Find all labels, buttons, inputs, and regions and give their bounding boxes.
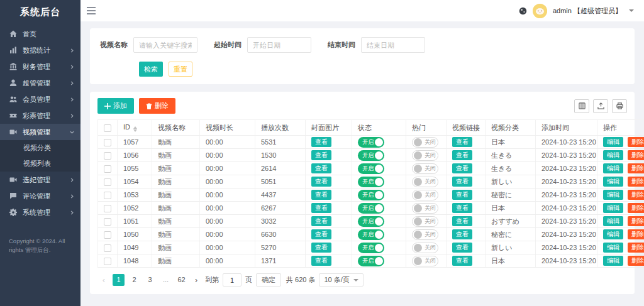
- sidebar-item-home[interactable]: 首页: [0, 26, 80, 42]
- page-number-2[interactable]: 2: [128, 274, 140, 286]
- status-toggle[interactable]: 开启: [358, 229, 384, 240]
- view-cover-button[interactable]: 查看: [311, 163, 331, 173]
- row-checkbox[interactable]: [104, 205, 111, 212]
- end-date-input[interactable]: [361, 37, 425, 53]
- menu-toggle-icon[interactable]: [87, 3, 103, 19]
- user-menu-label[interactable]: admin 【超级管理员】: [553, 6, 622, 16]
- status-toggle[interactable]: 开启: [358, 256, 384, 266]
- confirm-button[interactable]: 确定: [256, 273, 281, 287]
- reset-button[interactable]: 重置: [169, 62, 192, 77]
- prev-page-icon[interactable]: ‹: [99, 276, 109, 285]
- view-link-button[interactable]: 查看: [452, 163, 472, 173]
- user-avatar[interactable]: [533, 4, 547, 18]
- next-page-icon[interactable]: ›: [191, 276, 201, 285]
- delete-row-button[interactable]: 删除: [628, 190, 644, 200]
- row-checkbox[interactable]: [104, 244, 111, 252]
- view-cover-button[interactable]: 查看: [311, 216, 331, 226]
- hot-toggle[interactable]: 关闭: [412, 150, 438, 161]
- row-checkbox[interactable]: [104, 231, 111, 239]
- sidebar-item-finance[interactable]: 财务管理: [0, 58, 80, 75]
- view-link-button[interactable]: 查看: [452, 190, 472, 200]
- delete-row-button[interactable]: 删除: [628, 256, 644, 266]
- view-cover-button[interactable]: 查看: [311, 137, 331, 147]
- status-toggle[interactable]: 开启: [358, 203, 384, 214]
- theme-icon[interactable]: [519, 7, 527, 15]
- page-number-62[interactable]: 62: [175, 274, 187, 286]
- edit-button[interactable]: 编辑: [603, 190, 623, 200]
- page-number-3[interactable]: 3: [144, 274, 156, 286]
- view-link-button[interactable]: 查看: [452, 150, 472, 160]
- chevron-down-icon[interactable]: [629, 9, 634, 12]
- edit-button[interactable]: 编辑: [603, 229, 623, 239]
- status-toggle[interactable]: 开启: [358, 137, 384, 148]
- start-date-input[interactable]: [247, 37, 311, 53]
- print-icon[interactable]: [612, 99, 627, 113]
- delete-row-button[interactable]: 删除: [628, 229, 644, 239]
- hot-toggle[interactable]: 关闭: [412, 229, 438, 240]
- view-link-button[interactable]: 查看: [452, 177, 472, 187]
- delete-button[interactable]: 删除: [139, 98, 175, 114]
- video-name-input[interactable]: [133, 37, 197, 53]
- hot-toggle[interactable]: 关闭: [412, 137, 438, 148]
- select-all-checkbox[interactable]: [104, 124, 111, 132]
- hot-toggle[interactable]: 关闭: [412, 177, 438, 187]
- delete-row-button[interactable]: 删除: [628, 216, 644, 226]
- row-checkbox[interactable]: [104, 258, 111, 265]
- delete-row-button[interactable]: 删除: [628, 177, 644, 187]
- edit-button[interactable]: 编辑: [603, 216, 623, 226]
- status-toggle[interactable]: 开启: [358, 177, 384, 187]
- status-toggle[interactable]: 开启: [358, 150, 384, 161]
- view-cover-button[interactable]: 查看: [311, 203, 331, 213]
- sort-icon[interactable]: [133, 126, 137, 132]
- edit-button[interactable]: 编辑: [603, 177, 623, 187]
- sidebar-subitem-video-list[interactable]: 视频列表: [0, 156, 80, 172]
- status-toggle[interactable]: 开启: [358, 216, 384, 227]
- view-cover-button[interactable]: 查看: [311, 190, 331, 200]
- add-button[interactable]: 添加: [97, 98, 134, 114]
- delete-row-button[interactable]: 删除: [628, 203, 644, 213]
- filter-icon[interactable]: [574, 99, 589, 113]
- delete-row-button[interactable]: 删除: [628, 137, 644, 147]
- view-cover-button[interactable]: 查看: [311, 150, 331, 160]
- sidebar-item-concubine[interactable]: 选妃管理: [0, 172, 80, 188]
- sidebar-item-video[interactable]: 视频管理: [0, 124, 80, 140]
- view-link-button[interactable]: 查看: [452, 137, 472, 147]
- view-cover-button[interactable]: 查看: [311, 243, 331, 253]
- page-size-select[interactable]: 10 条/页: [319, 273, 363, 287]
- sidebar-item-stats[interactable]: 数据统计: [0, 42, 80, 58]
- view-cover-button[interactable]: 查看: [311, 177, 331, 187]
- delete-row-button[interactable]: 删除: [628, 150, 644, 160]
- search-button[interactable]: 检索: [139, 62, 163, 77]
- view-link-button[interactable]: 查看: [452, 216, 472, 226]
- hot-toggle[interactable]: 关闭: [412, 190, 438, 200]
- sidebar-item-lottery[interactable]: 彩票管理: [0, 107, 80, 124]
- row-checkbox[interactable]: [104, 152, 111, 160]
- view-cover-button[interactable]: 查看: [311, 229, 331, 239]
- row-checkbox[interactable]: [104, 139, 111, 146]
- edit-button[interactable]: 编辑: [603, 256, 623, 266]
- status-toggle[interactable]: 开启: [358, 163, 384, 174]
- edit-button[interactable]: 编辑: [603, 150, 623, 160]
- export-icon[interactable]: [593, 99, 608, 113]
- view-link-button[interactable]: 查看: [452, 203, 472, 213]
- row-checkbox[interactable]: [104, 165, 111, 173]
- sidebar-item-members[interactable]: 会员管理: [0, 91, 80, 107]
- goto-page-input[interactable]: [223, 273, 242, 287]
- row-checkbox[interactable]: [104, 178, 111, 186]
- sidebar-subitem-video-category[interactable]: 视频分类: [0, 140, 80, 156]
- view-link-button[interactable]: 查看: [452, 243, 472, 253]
- sidebar-item-comments[interactable]: 评论管理: [0, 188, 80, 204]
- edit-button[interactable]: 编辑: [603, 163, 623, 173]
- view-link-button[interactable]: 查看: [452, 229, 472, 239]
- page-number-1[interactable]: 1: [113, 274, 125, 286]
- edit-button[interactable]: 编辑: [603, 243, 623, 253]
- sidebar-item-system[interactable]: 系统管理: [0, 204, 80, 221]
- sidebar-item-admins[interactable]: 超管管理: [0, 75, 80, 91]
- delete-row-button[interactable]: 删除: [628, 163, 644, 173]
- view-cover-button[interactable]: 查看: [311, 256, 331, 266]
- row-checkbox[interactable]: [104, 192, 111, 199]
- row-checkbox[interactable]: [104, 218, 111, 226]
- status-toggle[interactable]: 开启: [358, 190, 384, 200]
- hot-toggle[interactable]: 关闭: [412, 203, 438, 214]
- hot-toggle[interactable]: 关闭: [412, 216, 438, 227]
